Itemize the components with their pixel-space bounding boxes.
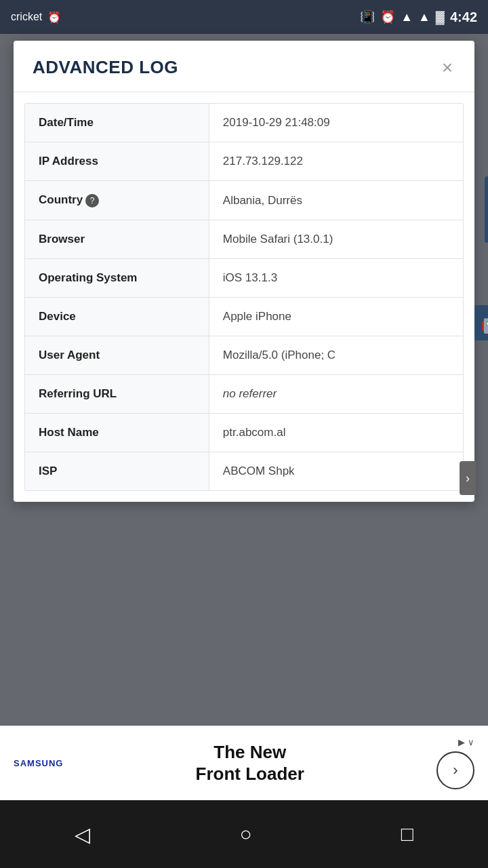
- modal-title: ADVANCED LOG: [33, 57, 178, 78]
- ad-controls: ▶ ∨ ›: [436, 737, 474, 789]
- samsung-logo: SAMSUNG: [14, 758, 63, 768]
- chat-icon-button[interactable]: 🤖: [474, 305, 488, 340]
- recents-button[interactable]: □: [388, 816, 427, 852]
- signal-icon: ▲: [418, 10, 430, 24]
- modal-header: ADVANCED LOG ×: [14, 41, 474, 92]
- carrier-label: cricket: [11, 11, 42, 23]
- home-button[interactable]: ○: [226, 816, 265, 852]
- status-bar-left: cricket ⏰: [11, 11, 61, 24]
- help-icon[interactable]: ?: [85, 194, 99, 208]
- table-row: Operating SystemiOS 13.1.3: [25, 259, 463, 298]
- table-row: Date/Time2019-10-29 21:48:09: [25, 104, 463, 142]
- chevron-down-icon: ∨: [468, 737, 474, 747]
- table-row: Referring URLno referrer: [25, 375, 463, 414]
- row-value: Albania, Durrës: [209, 181, 463, 220]
- table-row: Host Nameptr.abcom.al: [25, 414, 463, 452]
- advanced-log-modal: ADVANCED LOG × Date/Time2019-10-29 21:48…: [14, 41, 474, 502]
- row-label: Host Name: [25, 414, 209, 452]
- vibrate-icon: 📳: [360, 9, 375, 24]
- status-bar: cricket ⏰ 📳 ⏰ ▲ ▲ ▓ 4:42: [0, 0, 488, 34]
- info-table-wrapper: Date/Time2019-10-29 21:48:09IP Address21…: [24, 103, 464, 491]
- row-label: Date/Time: [25, 104, 209, 142]
- status-bar-right: 📳 ⏰ ▲ ▲ ▓ 4:42: [360, 9, 477, 25]
- row-value: 2019-10-29 21:48:09: [209, 104, 463, 142]
- row-label: Browser: [25, 220, 209, 259]
- row-label: IP Address: [25, 142, 209, 181]
- ad-skip: ▶ ∨: [458, 737, 474, 747]
- row-value: Apple iPhone: [209, 298, 463, 336]
- table-row: Country?Albania, Durrës: [25, 181, 463, 220]
- ad-cta-button[interactable]: ›: [436, 751, 474, 789]
- row-label: Country?: [25, 181, 209, 220]
- alarm-icon: ⏰: [47, 11, 61, 24]
- back-button[interactable]: ◁: [61, 816, 104, 853]
- table-row: ISPABCOM Shpk: [25, 452, 463, 491]
- row-value: ABCOM Shpk: [209, 452, 463, 491]
- row-value: ptr.abcom.al: [209, 414, 463, 452]
- row-value: Mobile Safari (13.0.1): [209, 220, 463, 259]
- row-value: iOS 13.1.3: [209, 259, 463, 298]
- row-label: Referring URL: [25, 375, 209, 414]
- info-table: Date/Time2019-10-29 21:48:09IP Address21…: [25, 104, 463, 490]
- ad-headline: The NewFront Loader: [77, 742, 423, 784]
- wifi-icon: ▲: [401, 10, 413, 24]
- time-display: 4:42: [450, 9, 477, 25]
- feedback-button[interactable]: Feedback: [485, 176, 488, 243]
- table-row: User AgentMozilla/5.0 (iPhone; C: [25, 336, 463, 375]
- row-value: no referrer: [209, 375, 463, 414]
- table-row: DeviceApple iPhone: [25, 298, 463, 336]
- row-label: ISP: [25, 452, 209, 491]
- row-value: 217.73.129.122: [209, 142, 463, 181]
- bottom-nav: ◁ ○ □: [0, 800, 488, 868]
- row-label: User Agent: [25, 336, 209, 375]
- row-label: Device: [25, 298, 209, 336]
- row-label: Operating System: [25, 259, 209, 298]
- alarm-clock-icon: ⏰: [380, 9, 395, 24]
- table-row: BrowserMobile Safari (13.0.1): [25, 220, 463, 259]
- scroll-right-indicator: ›: [460, 461, 476, 495]
- ad-text-block: The NewFront Loader: [77, 742, 423, 784]
- battery-icon: ▓: [436, 10, 445, 24]
- modal-overlay: ADVANCED LOG × Date/Time2019-10-29 21:48…: [0, 34, 488, 800]
- chat-bot-icon: 🤖: [481, 312, 489, 334]
- ad-banner: SAMSUNG The NewFront Loader ▶ ∨ ›: [0, 726, 488, 800]
- close-button[interactable]: ×: [439, 58, 455, 77]
- play-icon: ▶: [458, 737, 465, 747]
- table-row: IP Address217.73.129.122: [25, 142, 463, 181]
- row-value: Mozilla/5.0 (iPhone; C: [209, 336, 463, 375]
